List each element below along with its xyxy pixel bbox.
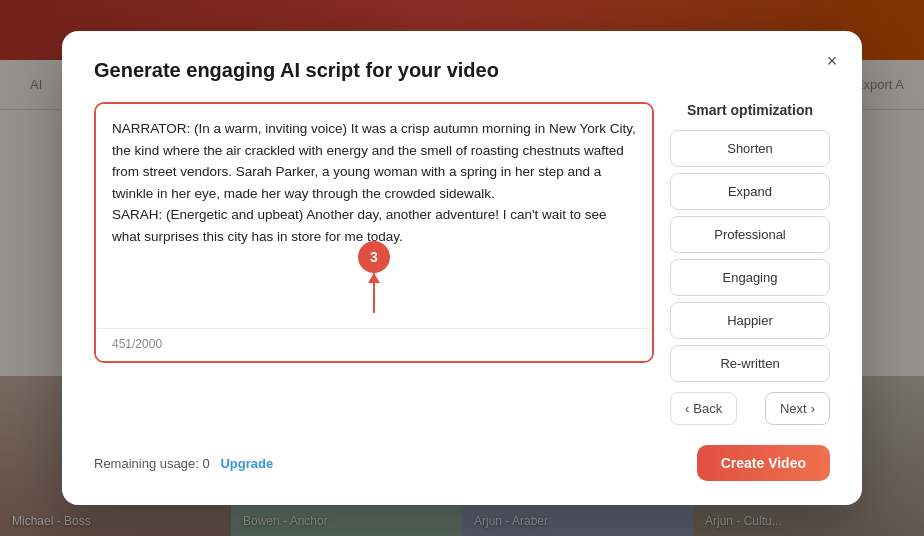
modal-body: 451/2000 3 Smart optimization Shorten Ex…: [94, 102, 830, 425]
modal-overlay: × Generate engaging AI script for your v…: [0, 0, 924, 536]
professional-button[interactable]: Professional: [670, 216, 830, 253]
back-button[interactable]: ‹ Back: [670, 392, 737, 425]
chevron-right-icon: ›: [811, 401, 815, 416]
remaining-usage: Remaining usage: 0 Upgrade: [94, 456, 273, 471]
upgrade-link[interactable]: Upgrade: [220, 456, 273, 471]
create-video-button[interactable]: Create Video: [697, 445, 830, 481]
char-count: 451/2000: [96, 328, 652, 361]
script-textarea[interactable]: [96, 104, 652, 324]
close-button[interactable]: ×: [818, 47, 846, 75]
remaining-label: Remaining usage: 0: [94, 456, 210, 471]
nav-row: ‹ Back Next ›: [670, 392, 830, 425]
modal-footer: Remaining usage: 0 Upgrade Create Video: [94, 445, 830, 481]
chevron-left-icon: ‹: [685, 401, 689, 416]
rewritten-button[interactable]: Re-written: [670, 345, 830, 382]
script-textarea-wrapper: 451/2000: [94, 102, 654, 363]
optimization-title: Smart optimization: [670, 102, 830, 118]
shorten-button[interactable]: Shorten: [670, 130, 830, 167]
text-section: 451/2000 3: [94, 102, 654, 363]
optimization-panel: Smart optimization Shorten Expand Profes…: [670, 102, 830, 425]
engaging-button[interactable]: Engaging: [670, 259, 830, 296]
happier-button[interactable]: Happier: [670, 302, 830, 339]
next-label: Next: [780, 401, 807, 416]
back-label: Back: [693, 401, 722, 416]
modal-dialog: × Generate engaging AI script for your v…: [62, 31, 862, 505]
modal-title: Generate engaging AI script for your vid…: [94, 59, 830, 82]
next-button[interactable]: Next ›: [765, 392, 830, 425]
expand-button[interactable]: Expand: [670, 173, 830, 210]
